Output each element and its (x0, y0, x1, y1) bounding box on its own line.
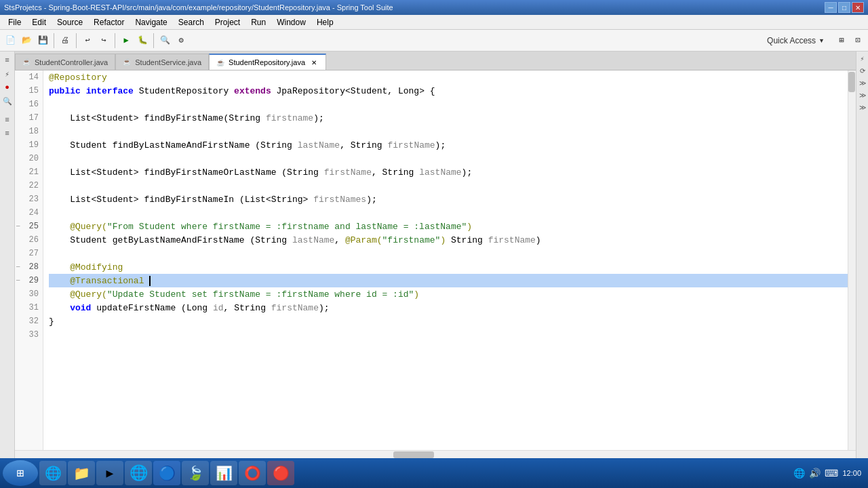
line-31: 31 (15, 301, 43, 314)
right-icon-4[interactable]: ≫ (858, 91, 867, 100)
menu-search[interactable]: Search (173, 16, 210, 28)
taskbar-media[interactable]: ▶ (96, 461, 123, 485)
code-line-15: public interface StudentRepository exten… (49, 84, 850, 98)
code-line-31: void updateFirstName (Long id, String fi… (49, 301, 850, 314)
line-19: 19 (15, 138, 43, 152)
code-line-27 (49, 247, 850, 260)
redo-button[interactable]: ↪ (96, 33, 111, 48)
close-button[interactable]: ✕ (852, 2, 864, 13)
taskbar-chart[interactable]: 📊 (210, 461, 237, 485)
tab-student-repository[interactable]: ☕ StudentRepository.java ✕ (209, 54, 326, 70)
taskbar-circle[interactable]: ⭕ (239, 461, 266, 485)
start-button[interactable]: ⊞ (3, 460, 38, 486)
tray-network-icon[interactable]: 🌐 (793, 468, 805, 479)
settings-button[interactable]: ⚙ (174, 33, 189, 48)
menu-navigate[interactable]: Navigate (130, 16, 172, 28)
line-22: 22 (15, 179, 43, 192)
minimize-button[interactable]: ─ (825, 2, 837, 13)
line-20: 20 (15, 152, 43, 165)
tab-student-service[interactable]: ☕ StudentService.java (115, 54, 209, 70)
h-scrollbar-thumb[interactable] (393, 451, 434, 458)
title-text: StsProjetcs - Spring-Boot-REST-API/src/m… (4, 3, 393, 12)
tab-icon-3: ☕ (216, 59, 224, 66)
undo-button[interactable]: ↩ (80, 33, 95, 48)
code-editor[interactable]: 14 15 16 17 18 19 20 21 22 23 24 ─25 26 … (15, 70, 856, 450)
menu-edit[interactable]: Edit (26, 16, 52, 28)
right-icon-2[interactable]: ⟳ (858, 66, 867, 76)
sidebar-icon-4[interactable]: 🔍 (1, 95, 14, 107)
tray-keyboard-icon[interactable]: ⌨ (825, 468, 838, 479)
window-controls: ─ □ ✕ (825, 2, 864, 13)
save-button[interactable]: 💾 (35, 33, 50, 48)
code-line-22 (49, 179, 850, 192)
line-29: ─29 (15, 274, 43, 287)
print-button[interactable]: 🖨 (58, 33, 73, 48)
right-sidebar: ⚡ ⟳ ≫ ≫ ≫ (856, 52, 868, 458)
code-line-16 (49, 98, 850, 111)
code-line-19: Student findByLastNameAndFirstName (Stri… (49, 138, 850, 152)
taskbar-spring[interactable]: 🍃 (182, 461, 209, 485)
tab-student-controller[interactable]: ☕ StudentController.java (15, 54, 115, 70)
scrollbar-thumb[interactable] (848, 72, 855, 92)
menu-source[interactable]: Source (52, 16, 88, 28)
line-28: ─28 (15, 260, 43, 274)
tab-close-button[interactable]: ✕ (309, 58, 319, 67)
code-line-20 (49, 152, 850, 165)
run-button[interactable]: ▶ (119, 33, 134, 48)
code-line-26: Student getByLastNameAndFirstName (Strin… (49, 233, 850, 247)
line-numbers: 14 15 16 17 18 19 20 21 22 23 24 ─25 26 … (15, 70, 43, 450)
line-25: ─25 (15, 220, 43, 233)
sidebar-icon-1[interactable]: ≡ (1, 54, 14, 66)
tab-icon-2: ☕ (123, 58, 131, 66)
menu-help[interactable]: Help (311, 16, 339, 28)
right-icon-3[interactable]: ≫ (858, 79, 867, 88)
menu-project[interactable]: Project (210, 16, 245, 28)
code-line-30: @Query("Update Student set firstName = :… (49, 287, 850, 301)
toolbar-sep1 (54, 33, 54, 48)
search-button[interactable]: 🔍 (157, 33, 172, 48)
sidebar-icon-5[interactable]: ≡ (1, 114, 14, 126)
tray-time: 12:00 (842, 469, 861, 477)
code-line-18 (49, 125, 850, 138)
view-btn1[interactable]: ⊞ (834, 33, 849, 48)
menu-file[interactable]: File (3, 16, 26, 28)
taskbar-chrome[interactable]: 🌐 (125, 461, 152, 485)
new-button[interactable]: 📄 (3, 33, 18, 48)
taskbar-red[interactable]: 🔴 (267, 461, 294, 485)
view-controls: ⊞ ⊡ (834, 33, 865, 48)
code-line-32: } (49, 314, 850, 328)
line-17: 17 (15, 111, 43, 125)
menu-run[interactable]: Run (245, 16, 271, 28)
right-icon-5[interactable]: ≫ (858, 103, 867, 113)
tab-bar: ☕ StudentController.java ☕ StudentServic… (15, 52, 856, 70)
debug-button[interactable]: 🐛 (135, 33, 150, 48)
toolbar-sep2 (76, 33, 77, 48)
code-line-14: @Repository (49, 70, 850, 84)
open-button[interactable]: 📂 (19, 33, 34, 48)
view-btn2[interactable]: ⊡ (850, 33, 865, 48)
line-15: 15 (15, 84, 43, 98)
line-32: 32 (15, 314, 43, 328)
sidebar-icon-2[interactable]: ⚡ (1, 68, 14, 80)
horizontal-scrollbar[interactable] (15, 450, 856, 458)
vertical-scrollbar[interactable] (848, 70, 856, 450)
quick-access[interactable]: Quick Access ▼ (767, 36, 830, 45)
code-content[interactable]: @Repository public interface StudentRepo… (43, 70, 856, 450)
right-icon-1[interactable]: ⚡ (858, 54, 867, 64)
tab-icon-1: ☕ (22, 58, 31, 66)
quick-access-dropdown-icon[interactable]: ▼ (818, 37, 825, 44)
taskbar-explorer[interactable]: 📁 (68, 461, 95, 485)
menu-refactor[interactable]: Refactor (88, 16, 130, 28)
taskbar: ⊞ 🌐 📁 ▶ 🌐 🔵 🍃 📊 ⭕ 🔴 🌐 🔊 ⌨ 12:00 (0, 458, 868, 488)
line-21: 21 (15, 165, 43, 179)
code-line-17: List<Student> findByFirstName(String fir… (49, 111, 850, 125)
taskbar-eclipse[interactable]: 🔵 (153, 461, 180, 485)
tray-volume-icon[interactable]: 🔊 (809, 468, 821, 479)
sidebar-icon-6[interactable]: ≡ (1, 127, 14, 140)
sidebar-icon-3[interactable]: ● (1, 81, 14, 94)
code-line-28: @Modifying (49, 260, 850, 274)
maximize-button[interactable]: □ (838, 2, 850, 13)
line-14: 14 (15, 70, 43, 84)
taskbar-ie[interactable]: 🌐 (39, 461, 66, 485)
menu-window[interactable]: Window (271, 16, 311, 28)
